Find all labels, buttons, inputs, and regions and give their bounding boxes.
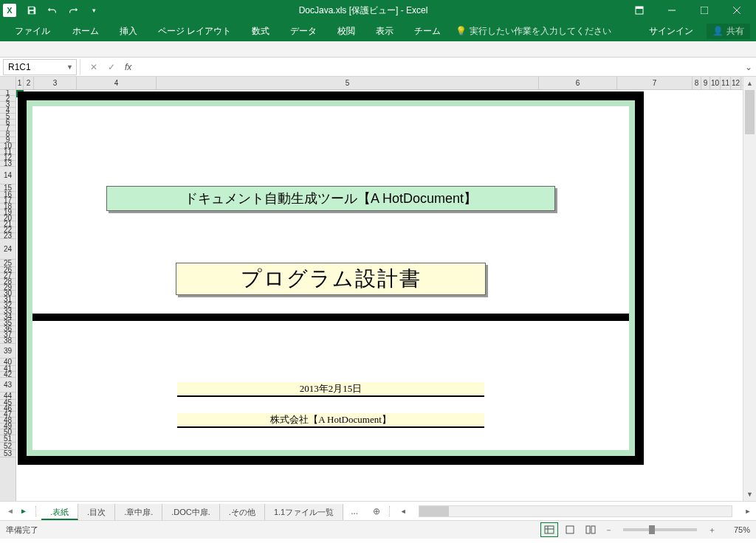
row-header[interactable]: 43: [0, 378, 16, 392]
zoom-percent[interactable]: 75%: [721, 525, 750, 534]
column-header[interactable]: 1: [16, 77, 24, 89]
column-header[interactable]: 11: [721, 77, 731, 89]
expand-formula-bar-button[interactable]: ⌄: [741, 62, 756, 72]
zoom-in-button[interactable]: ＋: [706, 525, 718, 536]
new-sheet-button[interactable]: ⊕: [365, 506, 388, 516]
column-header[interactable]: 9: [701, 77, 710, 89]
page-break-view-button[interactable]: [582, 522, 599, 537]
column-header[interactable]: 6: [539, 77, 617, 89]
svg-rect-9: [566, 526, 574, 533]
svg-rect-3: [701, 7, 708, 14]
status-ready: 準備完了: [6, 525, 38, 536]
tab-チーム[interactable]: チーム: [404, 21, 451, 41]
document-cover-frame: ドキュメント自動生成ツール【A HotDocument】 プログラム設計書 20…: [18, 91, 644, 465]
window-controls: [656, 0, 753, 21]
maximize-button[interactable]: [688, 0, 721, 21]
tell-me[interactable]: 💡 実行したい作業を入力してください: [451, 25, 611, 38]
undo-button[interactable]: [43, 1, 62, 19]
cells-area[interactable]: ドキュメント自動生成ツール【A HotDocument】 プログラム設計書 20…: [16, 90, 743, 501]
person-icon: 👤: [712, 26, 724, 36]
row-header[interactable]: 23: [0, 233, 16, 239]
row-header[interactable]: 39: [0, 344, 16, 359]
svg-rect-6: [545, 526, 554, 533]
column-header[interactable]: 3: [34, 77, 77, 89]
column-header[interactable]: 10: [710, 77, 721, 89]
redo-button[interactable]: [63, 1, 83, 19]
tab-file[interactable]: ファイル: [3, 21, 62, 41]
tab-数式[interactable]: 数式: [241, 21, 280, 41]
lightbulb-icon: 💡: [456, 26, 467, 36]
tool-banner: ドキュメント自動生成ツール【A HotDocument】: [106, 186, 555, 211]
row-header[interactable]: 53: [0, 450, 16, 457]
cancel-formula-button[interactable]: ✕: [85, 59, 103, 75]
save-button[interactable]: [22, 1, 41, 19]
column-header[interactable]: 12: [731, 77, 741, 89]
vertical-scrollbar[interactable]: ▲ ▼: [743, 77, 756, 501]
page-layout-view-button[interactable]: [561, 522, 579, 537]
sheet-nav-next-button[interactable]: ►: [18, 505, 30, 517]
zoom-slider-handle[interactable]: [649, 525, 655, 534]
quick-access-toolbar: X ▾: [3, 1, 103, 19]
sheet-tab[interactable]: .表紙: [41, 504, 78, 520]
fx-icon[interactable]: fx: [120, 62, 136, 72]
tab-校閲[interactable]: 校閲: [327, 21, 365, 41]
tab-ページ レイアウト[interactable]: ページ レイアウト: [148, 21, 241, 41]
signin-link[interactable]: サインイン: [642, 25, 701, 38]
sheet-tab[interactable]: .目次: [78, 504, 115, 520]
zoom-out-button[interactable]: －: [602, 525, 614, 536]
row-header[interactable]: 42: [0, 372, 16, 378]
row-header[interactable]: 24: [0, 239, 16, 260]
tab-表示[interactable]: 表示: [365, 21, 404, 41]
column-headers[interactable]: 123456789101112131415161718: [16, 77, 743, 90]
scroll-down-button[interactable]: ▼: [743, 488, 756, 501]
close-button[interactable]: [721, 0, 753, 21]
enter-formula-button[interactable]: ✓: [103, 59, 120, 75]
scroll-left-button[interactable]: ◄: [398, 508, 408, 515]
qat-customize-button[interactable]: ▾: [84, 1, 103, 19]
minimize-button[interactable]: [656, 0, 688, 21]
sheet-more-button[interactable]: ...: [343, 506, 365, 516]
sheet-tab[interactable]: .章中扉.: [115, 504, 162, 520]
row-header[interactable]: 38: [0, 338, 16, 344]
scroll-right-button[interactable]: ►: [743, 508, 753, 515]
vscroll-thumb[interactable]: [745, 90, 755, 134]
name-box[interactable]: R1C1 ▼: [3, 59, 77, 75]
sheet-tab[interactable]: .その他: [220, 504, 265, 520]
row-headers[interactable]: 1234567891011121314151617181920212223242…: [0, 90, 16, 501]
tab-データ[interactable]: データ: [280, 21, 327, 41]
column-header[interactable]: 2: [24, 77, 34, 89]
divider-bar: [32, 314, 629, 321]
status-bar: 準備完了 － ＋ 75%: [0, 520, 756, 539]
tab-挿入[interactable]: 挿入: [109, 21, 148, 41]
sheet-tab[interactable]: 1.1ファイル一覧: [265, 504, 343, 520]
scroll-up-button[interactable]: ▲: [743, 77, 756, 90]
window-title: DocJava.xls [保護ビュー] - Excel: [103, 4, 623, 17]
column-header[interactable]: 8: [693, 77, 701, 89]
column-header[interactable]: 7: [617, 77, 693, 89]
ribbon-tabs: ファイル ホーム挿入ページ レイアウト数式データ校閲表示チーム 💡 実行したい作…: [0, 21, 756, 41]
horizontal-scrollbar[interactable]: [419, 505, 732, 517]
tab-ホーム[interactable]: ホーム: [62, 21, 109, 41]
sheet-tab[interactable]: .DOC中扉.: [162, 504, 220, 520]
svg-rect-10: [586, 526, 590, 533]
column-header[interactable]: 5: [157, 77, 539, 89]
formula-bar: R1C1 ▼ ✕ ✓ fx ⌄: [0, 58, 756, 77]
hscroll-thumb[interactable]: [419, 506, 449, 516]
column-header[interactable]: 4: [77, 77, 157, 89]
sheet-tab-bar: ◄ ► .表紙.目次.章中扉..DOC中扉..その他1.1ファイル一覧 ... …: [0, 501, 756, 520]
chevron-down-icon: ▼: [66, 63, 76, 71]
ribbon-display-options-button[interactable]: [623, 0, 656, 21]
ribbon-body-collapsed: [0, 41, 756, 58]
row-header[interactable]: 14: [0, 167, 16, 184]
normal-view-button[interactable]: [540, 522, 558, 537]
document-company: 株式会社【A HotDocument】: [177, 413, 484, 428]
sheet-nav-first-button[interactable]: ◄: [4, 505, 16, 517]
zoom-slider[interactable]: [623, 528, 697, 531]
share-button[interactable]: 👤 共有: [707, 24, 750, 39]
document-title: プログラム設計書: [176, 263, 486, 295]
sheet-tabs: .表紙.目次.章中扉..DOC中扉..その他1.1ファイル一覧: [41, 502, 343, 520]
excel-icon: X: [3, 4, 16, 17]
formula-input[interactable]: [140, 59, 741, 75]
select-all-corner[interactable]: [0, 77, 16, 90]
row-header[interactable]: 13: [0, 161, 16, 167]
